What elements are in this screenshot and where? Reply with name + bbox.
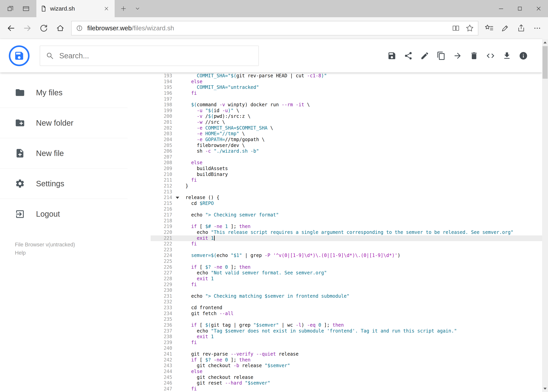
code-line[interactable]: 212} <box>151 183 542 189</box>
sidebar-item-new-folder[interactable]: New folder <box>0 108 128 138</box>
code-line[interactable]: 206 sh -c "./wizard.sh -b" <box>151 148 542 154</box>
home-button[interactable] <box>52 20 69 36</box>
code-line[interactable]: 233 cd frontend <box>151 305 542 311</box>
forward-button[interactable] <box>19 20 36 36</box>
code-line[interactable]: 204 -e GOPATH=//tmp/gopath \ <box>151 137 542 143</box>
scroll-down-arrow[interactable] <box>542 385 548 392</box>
site-info-icon[interactable] <box>76 24 83 32</box>
code-line[interactable]: 199 -u "$(id -u)" \ <box>151 108 542 114</box>
code-line[interactable]: 237 echo "Tag $semver does not exist in … <box>151 328 542 334</box>
code-line[interactable]: 214release () { <box>151 195 542 201</box>
move-button[interactable] <box>453 51 462 61</box>
code-line[interactable]: 230 <box>151 287 542 293</box>
tabs-aside-icon[interactable] <box>4 2 17 15</box>
code-line[interactable]: 193 COMMIT_SHA="$(git rev-parse HEAD | c… <box>151 73 542 79</box>
code-line[interactable]: 226 if [ $? -ne 0 ]; then <box>151 264 542 270</box>
code-line[interactable]: 213 <box>151 189 542 195</box>
code-line[interactable]: 211 fi <box>151 177 542 183</box>
sidebar-item-settings[interactable]: Settings <box>0 168 128 199</box>
favorites-hub-icon[interactable] <box>481 20 497 36</box>
code-line[interactable]: 195 COMMIT_SHA="untracked" <box>151 84 542 91</box>
code-line[interactable]: 235 <box>151 316 542 322</box>
code-line[interactable]: 244 else <box>151 369 542 375</box>
sidebar-item-my-files[interactable]: My files <box>0 77 128 108</box>
info-button[interactable] <box>519 51 528 61</box>
code-line[interactable]: 239 fi <box>151 340 542 346</box>
copy-button[interactable] <box>437 51 446 61</box>
code-line[interactable]: 232 <box>151 299 542 305</box>
more-options-icon[interactable] <box>529 20 545 36</box>
address-bar[interactable]: filebrowser.web/files/wizard.sh <box>71 21 478 35</box>
search-box[interactable] <box>40 46 259 66</box>
close-button[interactable] <box>529 0 548 17</box>
search-input[interactable] <box>59 52 253 60</box>
delete-button[interactable] <box>469 51 479 61</box>
sidebar-item-new-file[interactable]: New file <box>0 138 128 168</box>
favorite-star-icon[interactable] <box>465 24 474 33</box>
code-line[interactable]: 240 <box>151 345 542 351</box>
maximize-button[interactable] <box>510 0 529 17</box>
new-tab-button[interactable] <box>117 2 130 15</box>
code-line[interactable]: 197 <box>151 96 542 102</box>
back-button[interactable] <box>3 20 19 36</box>
code-line[interactable]: 205 filebrowser/dev \ <box>151 143 542 148</box>
code-line[interactable]: 238 exit 1 <box>151 334 542 340</box>
page-scrollbar[interactable] <box>542 39 548 392</box>
code-line[interactable]: 227 echo "Not valid semver format. See s… <box>151 270 542 276</box>
annotate-pen-icon[interactable] <box>497 20 513 36</box>
code-line[interactable]: 208 else <box>151 160 542 166</box>
code-line[interactable]: 210 buildBinary <box>151 172 542 177</box>
code-line[interactable]: 198 $(command -v winpty) docker run --rm… <box>151 102 542 108</box>
save-button[interactable] <box>387 51 396 61</box>
code-line[interactable]: 216 <box>151 206 542 212</box>
code-line[interactable]: 218 <box>151 218 542 224</box>
code-line[interactable]: 228 exit 1 <box>151 276 542 282</box>
code-line[interactable]: 236 if [ $(git tag | grep "$semver" | wc… <box>151 322 542 328</box>
code-line[interactable]: 229 fi <box>151 282 542 288</box>
code-line[interactable]: 220 echo "This release script requires a… <box>151 230 542 235</box>
code-line[interactable]: 234 git fetch --all <box>151 311 542 317</box>
rename-button[interactable] <box>420 51 430 61</box>
code-line[interactable]: 241 git rev-parse --verify --quiet relea… <box>151 351 542 357</box>
code-line[interactable]: 222 fi <box>151 241 542 247</box>
share-button[interactable] <box>404 51 413 61</box>
code-line[interactable]: 194 else <box>151 79 542 85</box>
code-line[interactable]: 247 fi <box>151 386 542 392</box>
code-line[interactable]: 224 semver=$(echo "$1" | grep -P '^v(0|[… <box>151 253 542 259</box>
code-line[interactable]: 221 exit 1 <box>151 235 542 241</box>
refresh-button[interactable] <box>36 20 52 36</box>
code-line[interactable]: 200 -v /$(pwd):/src:z \ <box>151 113 542 119</box>
code-line[interactable]: 201 -w //src \ <box>151 119 542 125</box>
tab-list-chevron-icon[interactable] <box>131 2 144 15</box>
sidebar-item-logout[interactable]: Logout <box>0 199 128 229</box>
code-line[interactable]: 219 if [ $# -ne 1 ]; then <box>151 224 542 230</box>
scrollbar-thumb[interactable] <box>542 46 548 79</box>
code-view-button[interactable] <box>486 51 495 61</box>
code-line[interactable]: 245 git checkout release <box>151 375 542 380</box>
code-line[interactable]: 225 <box>151 259 542 264</box>
tab-close-button[interactable] <box>102 4 111 13</box>
browser-tab[interactable]: wizard.sh <box>36 0 115 17</box>
minimize-button[interactable] <box>492 0 510 17</box>
code-line[interactable]: 202 -e COMMIT_SHA=$COMMIT_SHA \ <box>151 125 542 131</box>
code-line[interactable]: 207 <box>151 154 542 160</box>
app-logo[interactable] <box>9 45 29 66</box>
code-line[interactable]: 209 buildAssets <box>151 166 542 172</box>
code-line[interactable]: 231 echo "> Checking matching $semver in… <box>151 293 542 299</box>
code-line[interactable]: 215 cd $REPO <box>151 201 542 206</box>
code-line[interactable]: 203 -e HOME="//tmp" \ <box>151 131 542 137</box>
scroll-up-arrow[interactable] <box>542 39 548 46</box>
code-line[interactable]: 242 if [ $? -ne 0 ]; then <box>151 357 542 363</box>
fold-marker-icon[interactable] <box>176 197 179 199</box>
share-icon[interactable] <box>513 20 529 36</box>
code-editor[interactable]: 193 COMMIT_SHA="$(git rev-parse HEAD | c… <box>151 72 542 392</box>
code-line[interactable]: 217 echo "> Checking semver format" <box>151 212 542 218</box>
reading-view-icon[interactable] <box>452 24 460 32</box>
code-line[interactable]: 246 git reset --hard "$semver" <box>151 380 542 386</box>
code-line[interactable]: 223 <box>151 247 542 253</box>
code-line[interactable]: 196 fi <box>151 91 542 96</box>
help-link[interactable]: Help <box>15 249 151 257</box>
download-button[interactable] <box>502 51 512 61</box>
code-line[interactable]: 243 git checkout -b release "$semver" <box>151 363 542 369</box>
tab-preview-icon[interactable] <box>20 2 33 15</box>
